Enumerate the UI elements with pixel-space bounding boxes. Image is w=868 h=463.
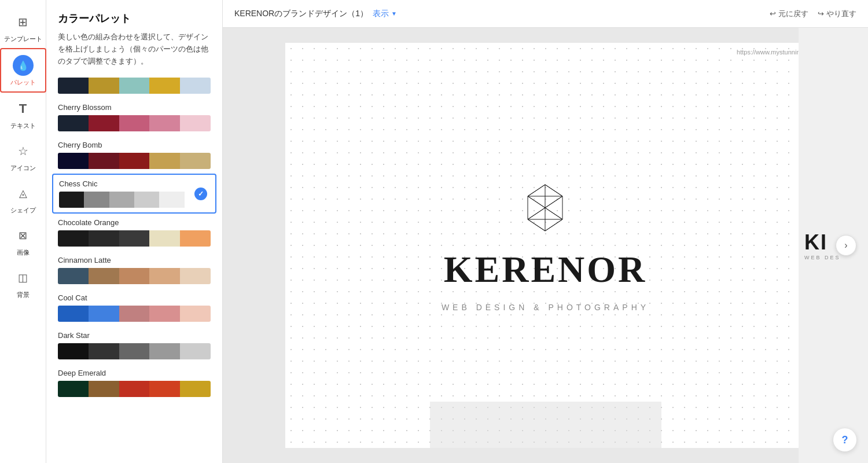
chevron-down-icon: ▼ xyxy=(391,10,397,17)
palette-name-3: Chess Chic xyxy=(59,179,209,188)
sidebar-item-text[interactable]: T テキスト xyxy=(0,93,46,135)
undo-label: 元に戻す xyxy=(778,9,808,19)
canvas-bottom-element xyxy=(430,402,661,448)
image-icon: ⊠ xyxy=(13,225,34,246)
palette-swatches-8 xyxy=(58,381,211,397)
palette-item-3[interactable]: Chess Chic✓ xyxy=(52,174,216,214)
palette-icon: 💧 xyxy=(13,55,34,76)
palette-item-5[interactable]: Cinnamon Latte xyxy=(46,251,222,289)
toolbar-right: ↩ 元に戻す ↪ やり直す xyxy=(770,9,856,19)
svg-line-7 xyxy=(545,219,562,231)
sidebar-label-background: 背景 xyxy=(17,291,30,299)
palette-name-1: Cherry Blossom xyxy=(58,103,211,112)
palette-swatches-5 xyxy=(58,268,211,284)
canvas-area: https://www.mystunnin xyxy=(223,28,868,463)
palette-name-8: Deep Emerald xyxy=(58,369,211,377)
logo-brand-name: KERENOR xyxy=(444,248,648,291)
canvas-url: https://www.mystunnin xyxy=(737,49,800,56)
sidebar-item-shape[interactable]: ◬ シェイプ xyxy=(0,177,46,219)
palette-item-7[interactable]: Dark Star xyxy=(46,326,222,364)
palette-swatches-1 xyxy=(58,115,211,131)
icon-icon: ☆ xyxy=(13,141,34,161)
redo-label: やり直す xyxy=(826,9,856,19)
sidebar-label-text: テキスト xyxy=(10,122,36,130)
palette-name-6: Cool Cat xyxy=(58,293,211,302)
sidebar-item-background[interactable]: ◫ 背景 xyxy=(0,262,46,304)
palette-swatches-2 xyxy=(58,153,211,169)
sidebar-label-palette: パレット xyxy=(10,78,36,87)
shape-icon: ◬ xyxy=(13,183,34,204)
palette-item-6[interactable]: Cool Cat xyxy=(46,289,222,326)
redo-icon: ↪ xyxy=(818,9,824,18)
svg-line-5 xyxy=(545,185,562,196)
logo-gem-icon xyxy=(516,179,574,237)
text-icon: T xyxy=(13,98,34,119)
side-preview-sub: WEB DES xyxy=(804,255,841,260)
sidebar-item-image[interactable]: ⊠ 画像 xyxy=(0,219,46,262)
sidebar-label-template: テンプレート xyxy=(4,35,42,43)
palette-name-2: Cherry Bomb xyxy=(58,141,211,149)
selected-checkmark-3: ✓ xyxy=(194,188,207,200)
sidebar: ⊞ テンプレート 💧 パレット T テキスト ☆ アイコン ◬ シェイプ ⊠ 画… xyxy=(0,0,46,463)
palette-item-8[interactable]: Deep Emerald xyxy=(46,364,222,402)
main-toolbar: KERENORのブランドデザイン（1） 表示 ▼ ↩ 元に戻す ↪ やり直す xyxy=(223,0,868,28)
sidebar-label-icon: アイコン xyxy=(10,164,36,172)
palette-header: カラーパレット 美しい色の組み合わせを選択して、デザインを格上げしましょう（個々… xyxy=(46,0,222,73)
undo-button[interactable]: ↩ 元に戻す xyxy=(770,9,808,19)
logo-tagline: WEB DESIGN & PHOTOGRAPHY xyxy=(442,303,649,312)
background-icon: ◫ xyxy=(13,267,34,288)
palette-item-4[interactable]: Chocolate Orange xyxy=(46,214,222,251)
side-preview-title: KI xyxy=(804,230,827,255)
palette-swatches-0 xyxy=(58,78,211,94)
palette-panel-desc: 美しい色の組み合わせを選択して、デザインを格上げしましょう（個々のパーツの色は他… xyxy=(58,31,211,67)
palette-swatches-4 xyxy=(58,230,211,247)
template-icon: ⊞ xyxy=(13,12,34,32)
logo-area: KERENOR WEB DESIGN & PHOTOGRAPHY xyxy=(442,179,649,312)
palette-item-1[interactable]: Cherry Blossom xyxy=(46,98,222,136)
canvas-page: https://www.mystunnin xyxy=(285,43,806,448)
redo-button[interactable]: ↪ やり直す xyxy=(818,9,856,19)
undo-icon: ↩ xyxy=(770,9,776,18)
palette-swatches-7 xyxy=(58,343,211,359)
palette-name-4: Chocolate Orange xyxy=(58,218,211,227)
palette-name-7: Dark Star xyxy=(58,331,211,340)
palette-panel-title: カラーパレット xyxy=(58,12,211,25)
palette-item-2[interactable]: Cherry Bomb xyxy=(46,136,222,174)
palette-swatches-6 xyxy=(58,306,211,322)
palette-item-0[interactable] xyxy=(46,73,222,98)
toolbar-left: KERENORのブランドデザイン（1） 表示 ▼ xyxy=(234,9,397,19)
palette-list: Cherry BlossomCherry BombChess Chic✓Choc… xyxy=(46,73,222,463)
main-area: KERENORのブランドデザイン（1） 表示 ▼ ↩ 元に戻す ↪ やり直す h… xyxy=(223,0,868,463)
canvas-content: https://www.mystunnin xyxy=(223,28,868,463)
help-button[interactable]: ? xyxy=(833,428,856,451)
svg-line-4 xyxy=(528,185,545,196)
svg-line-6 xyxy=(528,219,545,231)
next-arrow-button[interactable]: › xyxy=(836,235,856,256)
brand-design-title: KERENORのブランドデザイン（1） xyxy=(234,9,368,19)
display-button[interactable]: 表示 ▼ xyxy=(373,9,397,19)
sidebar-item-template[interactable]: ⊞ テンプレート xyxy=(0,6,46,48)
display-label: 表示 xyxy=(373,9,389,19)
palette-panel: カラーパレット 美しい色の組み合わせを選択して、デザインを格上げしましょう（個々… xyxy=(46,0,223,463)
sidebar-label-shape: シェイプ xyxy=(10,206,36,215)
help-icon: ? xyxy=(842,434,848,446)
sidebar-item-palette[interactable]: 💧 パレット xyxy=(0,48,46,93)
sidebar-label-image: 画像 xyxy=(17,248,30,257)
palette-swatches-3 xyxy=(59,192,209,208)
palette-name-5: Cinnamon Latte xyxy=(58,256,211,264)
sidebar-item-icon[interactable]: ☆ アイコン xyxy=(0,135,46,177)
side-preview: KI WEB DES xyxy=(799,28,868,463)
chevron-right-icon: › xyxy=(844,240,847,251)
